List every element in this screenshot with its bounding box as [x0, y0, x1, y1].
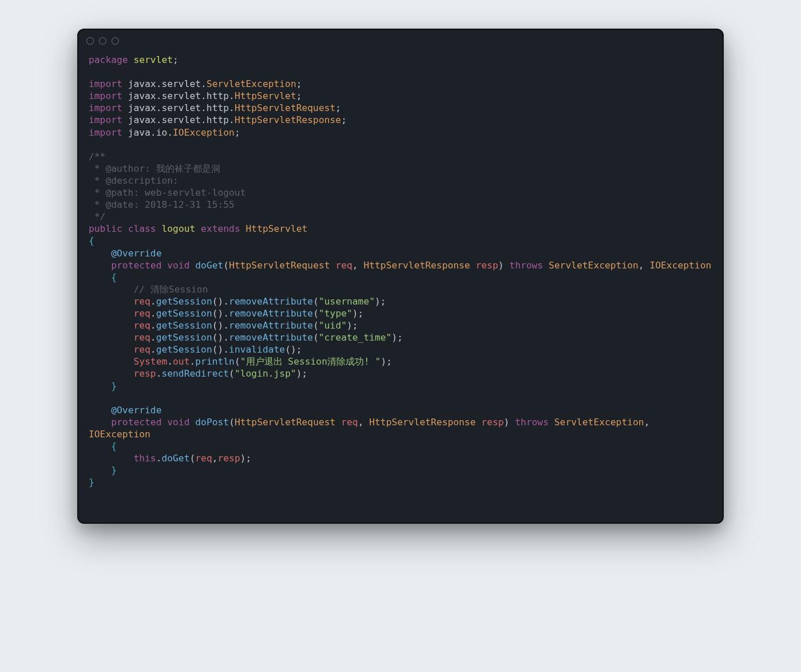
str-type: "type"	[319, 308, 352, 319]
keyword-void: void	[167, 260, 189, 271]
package-name: servlet	[133, 54, 173, 65]
javadoc-description: * @description:	[89, 175, 179, 186]
keyword-public: public	[89, 223, 122, 234]
javadoc-date: * @date: 2018-12-31 15:55	[89, 199, 235, 210]
keyword-import: import	[89, 90, 122, 101]
system-ref: System	[133, 356, 167, 367]
str-username: "username"	[319, 296, 375, 307]
keyword-import: import	[89, 78, 122, 89]
keyword-import: import	[89, 114, 122, 125]
class-name: logout	[161, 223, 195, 234]
ex-servlet: ServletException	[549, 260, 639, 271]
param-req: req	[335, 260, 352, 271]
ex-io: IOException	[649, 260, 711, 271]
str-logout-msg: "用户退出 Session清除成功! "	[240, 356, 381, 367]
import-3: javax.servlet.http.HttpServletResponse	[128, 114, 342, 125]
type-req: HttpServletRequest	[229, 260, 330, 271]
keyword-extends: extends	[201, 223, 240, 234]
keyword-throws: throws	[509, 260, 543, 271]
annotation-override: @Override	[111, 248, 161, 259]
keyword-import: import	[89, 102, 122, 113]
import-0: javax.servlet.ServletException	[128, 78, 296, 89]
method-doPost: doPost	[195, 417, 229, 428]
req-ref: req	[133, 296, 150, 307]
javadoc-path: * @path: web-servlet-logout	[89, 187, 245, 198]
titlebar	[78, 30, 723, 52]
javadoc-open: /**	[89, 151, 105, 162]
keyword-package: package	[89, 54, 128, 65]
param-resp: resp	[475, 260, 498, 271]
window-close-dot[interactable]	[86, 37, 94, 45]
keyword-protected: protected	[111, 260, 161, 271]
keyword-this: this	[133, 453, 156, 464]
import-2: javax.servlet.http.HttpServletRequest	[128, 102, 336, 113]
code-window: package servlet; import javax.servlet.Se…	[77, 29, 724, 524]
comment-clear-session: // 清除Session	[133, 284, 208, 295]
keyword-import: import	[89, 127, 122, 138]
keyword-class: class	[128, 223, 156, 234]
import-4: java.io.IOException	[128, 127, 235, 138]
annotation-override: @Override	[111, 405, 161, 416]
str-login-jsp: "login.jsp"	[235, 368, 296, 379]
method-doGet: doGet	[195, 260, 223, 271]
code-area: package servlet; import javax.servlet.Se…	[78, 52, 723, 523]
type-resp: HttpServletResponse	[363, 260, 470, 271]
str-create-time: "create_time"	[319, 332, 391, 343]
import-1: javax.servlet.http.HttpServlet	[128, 90, 296, 101]
super-class: HttpServlet	[246, 223, 308, 234]
window-minimize-dot[interactable]	[99, 37, 106, 45]
javadoc-close: */	[89, 211, 105, 222]
window-zoom-dot[interactable]	[112, 37, 119, 45]
javadoc-author: * @author: 我的袜子都是洞	[89, 163, 220, 174]
str-uid: "uid"	[319, 320, 347, 331]
